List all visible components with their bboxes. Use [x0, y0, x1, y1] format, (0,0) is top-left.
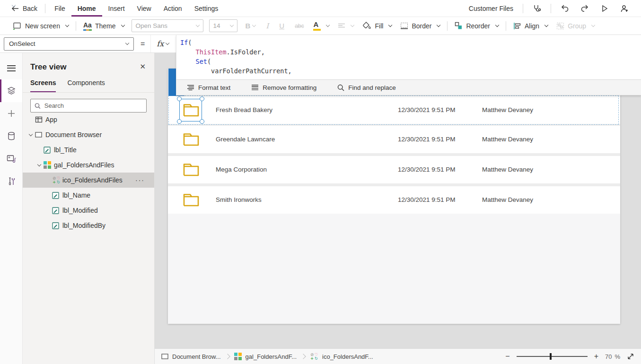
zoom-slider[interactable]	[517, 356, 588, 357]
redo-button[interactable]	[576, 1, 594, 16]
font-family-select[interactable]: Open Sans	[132, 19, 203, 32]
zoom-out-button[interactable]: −	[505, 352, 509, 361]
share-button[interactable]	[615, 1, 633, 16]
tab-components[interactable]: Components	[67, 79, 105, 92]
close-icon[interactable]: ✕	[140, 62, 146, 71]
selection-handle[interactable]	[200, 119, 204, 124]
menu-home[interactable]: Home	[71, 0, 102, 17]
rail-insert-button[interactable]	[0, 102, 22, 125]
app-icon	[35, 116, 43, 123]
italic-button[interactable]: I	[261, 22, 274, 30]
gallery-row[interactable]: Fresh Bread Bakery 12/30/2021 9:51 PM Ma…	[168, 96, 620, 124]
property-select[interactable]: OnSelect	[4, 37, 134, 51]
tree-view-icon	[7, 86, 16, 95]
remove-formatting-button[interactable]: Remove formatting	[251, 84, 316, 91]
theme-button[interactable]: Aa Theme	[79, 17, 129, 35]
selection-handle[interactable]	[177, 119, 182, 124]
tree-item-lbl-modified[interactable]: lbl_Modified	[23, 203, 154, 218]
search-box[interactable]	[30, 99, 147, 113]
border-button[interactable]: Border	[396, 17, 444, 35]
formula-editor[interactable]: If( ThisItem.IsFolder, Set( varFolderPat…	[176, 35, 641, 95]
breadcrumb-screen[interactable]: Document Brow...	[161, 353, 221, 360]
tree-item-gal-foldersandfiles[interactable]: gal_FoldersAndFiles	[23, 157, 154, 173]
fit-to-window-icon[interactable]	[627, 353, 634, 360]
font-size-select[interactable]: 14	[209, 19, 237, 32]
folder-icon[interactable]	[183, 192, 200, 208]
format-text-button[interactable]: Format text	[187, 84, 230, 91]
item-options-ellipsis[interactable]: ···	[135, 176, 154, 184]
group-button[interactable]: Group	[552, 17, 599, 35]
hamburger-button[interactable]	[0, 57, 22, 79]
folder-icon[interactable]	[183, 162, 200, 177]
menu-file[interactable]: File	[48, 0, 71, 17]
chevron-down-icon	[121, 23, 124, 27]
formula-code-area[interactable]: If( ThisItem.IsFolder, Set( varFolderPat…	[176, 35, 641, 79]
theme-label: Theme	[95, 22, 116, 30]
chevron-down-icon	[437, 23, 440, 27]
gallery-row[interactable]: Smith Ironworks 12/30/2021 9:51 PM Matth…	[168, 186, 620, 214]
breadcrumb-gallery[interactable]: gal_FoldersAndF...	[234, 353, 297, 360]
icon-control-icon: ⊘♡+↻	[310, 353, 318, 360]
selection-handle[interactable]	[200, 96, 204, 101]
bold-button[interactable]: B	[240, 22, 261, 30]
rail-tree-view-button[interactable]	[0, 79, 22, 102]
gallery-row[interactable]: Greendale Lawncare 12/30/2021 9:51 PM Ma…	[168, 126, 620, 153]
play-button[interactable]	[596, 1, 614, 16]
menu-settings[interactable]: Settings	[188, 0, 225, 17]
menu-insert[interactable]: Insert	[102, 0, 131, 17]
format-text-label: Format text	[198, 84, 230, 91]
find-and-replace-button[interactable]: Find and replace	[337, 84, 396, 91]
rail-media-button[interactable]	[0, 147, 22, 170]
back-button[interactable]: Back	[7, 0, 42, 17]
app-checker-button[interactable]	[528, 1, 546, 16]
menu-view[interactable]: View	[131, 0, 158, 17]
expand-chevron-icon[interactable]	[37, 163, 41, 166]
menu-action[interactable]: Action	[158, 0, 188, 17]
find-replace-icon	[337, 84, 344, 91]
gallery-row[interactable]: Mega Corporation 12/30/2021 9:51 PM Matt…	[168, 156, 620, 183]
screen-canvas[interactable]: Fresh Bread Bakery 12/30/2021 9:51 PM Ma…	[168, 69, 620, 324]
new-screen-button[interactable]: New screen	[9, 17, 73, 35]
border-icon	[400, 22, 408, 29]
selection-handle[interactable]	[177, 96, 182, 101]
folder-icon[interactable]	[183, 132, 200, 147]
tree-item-document-browser[interactable]: Document Browser	[23, 127, 154, 142]
zoom-in-button[interactable]: +	[594, 352, 598, 361]
search-input[interactable]	[44, 102, 142, 109]
left-navigation-rail	[0, 53, 23, 364]
font-color-button[interactable]: A	[309, 17, 334, 35]
tree-item-label: lbl_Name	[62, 191, 90, 199]
align-button[interactable]: Align	[509, 17, 552, 35]
tree-item-lbl-modifiedby[interactable]: lbl_ModifiedBy	[23, 218, 154, 233]
gallery-icon	[44, 161, 51, 169]
fill-button[interactable]: Fill	[358, 17, 396, 35]
row-name: Smith Ironworks	[216, 186, 262, 214]
tree-item-label: lbl_Modified	[62, 207, 98, 214]
expand-chevron-icon[interactable]	[29, 132, 33, 136]
chevron-down-icon	[166, 41, 169, 45]
reorder-button[interactable]: Reorder	[450, 17, 503, 35]
tree-item-lbl-name[interactable]: lbl_Name	[23, 188, 154, 203]
row-name: Greendale Lawncare	[216, 126, 275, 153]
tree-item-lbl-title[interactable]: lbl_Title	[23, 142, 154, 157]
divider	[45, 4, 45, 13]
zoom-slider-handle[interactable]	[550, 353, 552, 360]
tree-item-ico-foldersandfiles[interactable]: ⊘♡+↻ ico_FoldersAndFiles ···	[23, 173, 154, 188]
text-align-button[interactable]	[334, 17, 358, 35]
undo-button[interactable]	[556, 1, 574, 16]
fx-icon: fx	[157, 39, 164, 48]
rail-advanced-tools-button[interactable]	[0, 170, 22, 193]
strikethrough-button[interactable]: abc	[290, 23, 309, 29]
gallery-empty-area	[168, 214, 620, 324]
underline-button[interactable]: U	[274, 22, 290, 30]
row-modified-by: Matthew Devaney	[482, 96, 533, 124]
control-selection-box[interactable]	[179, 99, 202, 121]
bold-label: B	[246, 22, 251, 30]
italic-label: I	[266, 22, 269, 30]
tab-screens[interactable]: Screens	[30, 79, 56, 92]
reorder-label: Reorder	[466, 22, 490, 30]
rail-data-button[interactable]	[0, 125, 22, 147]
breadcrumb-icon-control[interactable]: ⊘♡+↻ ico_FoldersAndF...	[310, 353, 373, 360]
tree-item-app[interactable]: App	[23, 112, 154, 127]
fx-button[interactable]: fx	[150, 35, 175, 52]
